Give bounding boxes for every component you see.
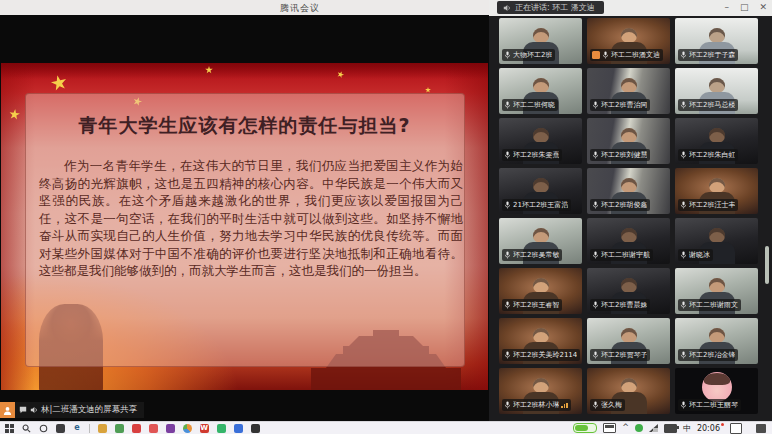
- presentation-slide: 青年大学生应该有怎样的责任与担当? 作为一名青年学生，在这伟大的节日里，我们仍应…: [1, 63, 488, 390]
- participant-nameplate: 环工二班潘文迪: [590, 49, 663, 61]
- participant-tile[interactable]: 谢晓冰: [675, 218, 758, 264]
- participant-nameplate: 环工二班谢雨文: [678, 299, 741, 311]
- app-purple-icon[interactable]: [165, 423, 175, 433]
- app-black-icon[interactable]: [250, 423, 260, 433]
- participant-nameplate: 张久梅: [590, 399, 625, 411]
- participant-tile[interactable]: 环工二班潘文迪: [587, 18, 670, 64]
- system-tray: ^ 中 20:06: [573, 423, 772, 434]
- participant-tile[interactable]: 环工二班谢宇航: [587, 218, 670, 264]
- participant-tile[interactable]: 21环工2班王富浩: [499, 168, 582, 214]
- participant-nameplate: 环工2班冶金锋: [678, 349, 738, 361]
- mic-icon: [504, 351, 511, 359]
- participant-name: 环工2班王睿智: [513, 300, 559, 310]
- mic-icon: [504, 251, 511, 259]
- edge-icon[interactable]: e: [72, 423, 82, 433]
- scrollbar-thumb[interactable]: [765, 246, 769, 284]
- participant-tile[interactable]: 张久梅: [587, 368, 670, 414]
- participant-tile[interactable]: 环工2班胡俊鑫: [587, 168, 670, 214]
- meeting-window-titlebar: 正在讲话: 环工 潘文迪 – □ ✕: [489, 0, 772, 16]
- participant-name: 环工2班刘健慧: [601, 150, 647, 160]
- minimize-button[interactable]: –: [724, 1, 729, 13]
- participant-nameplate: 环工2班朱雯熹: [502, 149, 562, 161]
- participant-tile[interactable]: 环工2班朱雯熹: [499, 118, 582, 164]
- participant-name: 张久梅: [601, 400, 622, 410]
- mic-icon: [504, 201, 511, 209]
- screen: 腾讯会议 青年大学生应该有怎样的责任与担: [0, 0, 772, 434]
- meeting-app-icon[interactable]: [216, 423, 226, 433]
- participant-tile[interactable]: 环工2班林小琳: [499, 368, 582, 414]
- app-crimson-icon[interactable]: [148, 423, 158, 433]
- hidden-icons-chevron[interactable]: ^: [622, 423, 629, 433]
- participant-name: 环工2班吴常敏: [513, 250, 559, 260]
- cortana-icon[interactable]: [38, 423, 48, 433]
- participant-nameplate: 环工2班胡俊鑫: [590, 199, 650, 211]
- taskbar: eW ^ 中 20:06: [0, 421, 772, 434]
- file-explorer-icon[interactable]: [97, 423, 107, 433]
- participant-tile[interactable]: 环工二班王丽琴: [675, 368, 758, 414]
- participant-nameplate: 环工2班朱白虹: [678, 149, 738, 161]
- mic-icon: [680, 401, 687, 409]
- participant-name: 环工2班关美玲2114010...: [513, 350, 577, 360]
- battery-icon[interactable]: [664, 424, 677, 433]
- participant-tile[interactable]: 环工2班曹治同: [587, 68, 670, 114]
- participant-tile[interactable]: 大物环工2班: [499, 18, 582, 64]
- display-icon[interactable]: [603, 423, 616, 433]
- app-dark-icon[interactable]: [55, 423, 65, 433]
- participant-name: 环工2班胡俊鑫: [601, 200, 647, 210]
- participant-nameplate: 21环工2班王富浩: [502, 199, 571, 211]
- photos-icon[interactable]: [114, 423, 124, 433]
- start-button[interactable]: [4, 423, 14, 433]
- maximize-button[interactable]: □: [740, 1, 749, 13]
- participant-tile[interactable]: 环工2班贾琴子: [587, 318, 670, 364]
- taskbar-clock[interactable]: 20:06: [697, 424, 724, 433]
- participant-name: 环工二班何晓: [513, 100, 555, 110]
- participant-tile[interactable]: 环工2班刘健慧: [587, 118, 670, 164]
- mic-icon: [504, 301, 511, 309]
- app-orange-round-icon[interactable]: [182, 423, 192, 433]
- app-red-icon[interactable]: [131, 423, 141, 433]
- participant-tile[interactable]: 环工二班谢雨文: [675, 268, 758, 314]
- participant-tile[interactable]: 环工2班王睿智: [499, 268, 582, 314]
- participant-tile[interactable]: 环工二班何晓: [499, 68, 582, 114]
- screen-share-banner[interactable]: 林|二班潘文迪的屏幕共享: [0, 402, 144, 418]
- participant-tile[interactable]: 环工2班吴常敏: [499, 218, 582, 264]
- slide-top-band: [1, 63, 488, 79]
- participant-tile[interactable]: 环工2班汪士丰: [675, 168, 758, 214]
- participant-name: 环工2班于子森: [689, 50, 735, 60]
- person-icon: [3, 406, 12, 415]
- wps-icon[interactable]: W: [199, 423, 209, 433]
- search-icon[interactable]: [21, 423, 31, 433]
- mic-icon: [680, 51, 687, 59]
- app-blue-icon[interactable]: [233, 423, 243, 433]
- mic-icon: [680, 201, 687, 209]
- participant-name: 环工2班贾琴子: [601, 350, 647, 360]
- slide-body-text: 作为一名青年学生，在这伟大的节日里，我们仍应当把爱国主义作为始终高扬的光辉旗帜，…: [39, 157, 463, 280]
- participant-nameplate: 环工2班王睿智: [502, 299, 562, 311]
- mic-icon: [592, 301, 599, 309]
- mic-icon: [504, 101, 511, 109]
- participant-nameplate: 环工2班于子森: [678, 49, 738, 61]
- participant-name: 环工2班马总楼: [689, 100, 735, 110]
- participant-tile[interactable]: 环工2班冶金锋: [675, 318, 758, 364]
- participant-tile[interactable]: 环工2班曹晨姝: [587, 268, 670, 314]
- action-center-icon[interactable]: [730, 423, 742, 434]
- chat-icon: [19, 406, 27, 414]
- participant-name: 谢晓冰: [689, 250, 710, 260]
- close-button[interactable]: ✕: [759, 1, 767, 13]
- share-banner-label: 林|二班潘文迪的屏幕共享: [15, 402, 144, 418]
- mic-icon: [680, 351, 687, 359]
- network-icon[interactable]: [649, 424, 658, 432]
- participant-tile[interactable]: 环工2班朱白虹: [675, 118, 758, 164]
- antivirus-tray-icon[interactable]: [635, 424, 643, 432]
- participant-nameplate: 环工2班刘健慧: [590, 149, 650, 161]
- participant-name: 21环工2班王富浩: [513, 200, 568, 210]
- battery-widget-icon[interactable]: [573, 423, 597, 433]
- mic-icon: [504, 151, 511, 159]
- show-desktop-button[interactable]: [756, 424, 766, 433]
- participant-nameplate: 环工2班曹治同: [590, 99, 650, 111]
- participant-tile[interactable]: 环工2班于子森: [675, 18, 758, 64]
- participant-tile[interactable]: 环工2班马总楼: [675, 68, 758, 114]
- participant-name: 环工二班潘文迪: [611, 50, 660, 60]
- ime-indicator[interactable]: 中: [683, 423, 691, 434]
- participant-tile[interactable]: 环工2班关美玲2114010...: [499, 318, 582, 364]
